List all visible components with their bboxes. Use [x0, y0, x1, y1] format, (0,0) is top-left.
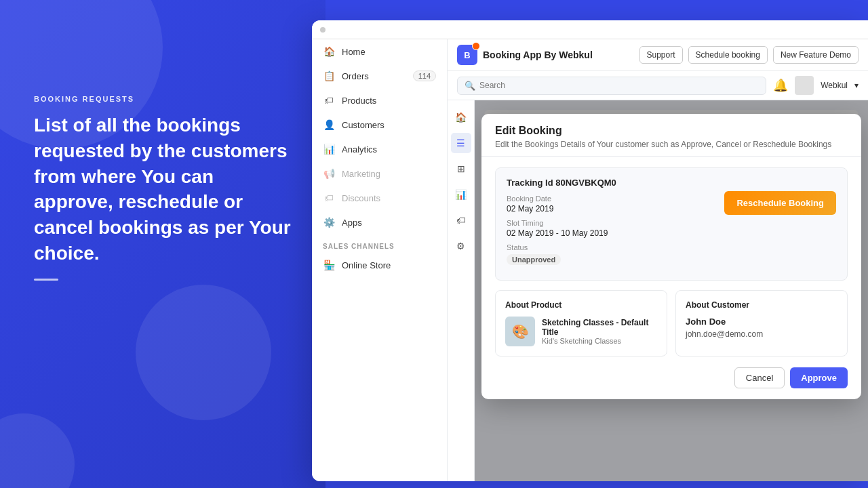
sidebar-item-label: Online Store [342, 260, 391, 270]
sidebar-item-customers[interactable]: 👤 Customers [312, 113, 447, 137]
search-icon: 🔍 [465, 81, 475, 91]
schedule-booking-button[interactable]: Schedule booking [688, 46, 768, 64]
icon-tag[interactable]: 🏷 [451, 210, 471, 230]
sidebar-item-discounts: 🏷 Discounts [312, 186, 447, 210]
analytics-icon: 📊 [323, 143, 335, 155]
home-icon: 🏠 [323, 45, 335, 58]
app-icon-badge [472, 42, 480, 50]
content-area: Booking View all Your customer bookings … [475, 100, 868, 481]
topbar: B Booking App By Webkul Support Schedule… [448, 39, 868, 71]
about-product-title: About Product [505, 300, 657, 310]
headline: List of all the bookings requested by th… [34, 113, 292, 266]
online-store-icon: 🏪 [323, 259, 335, 271]
apps-icon: ⚙️ [323, 216, 335, 228]
sidebar-item-products[interactable]: 🏷 Products [312, 88, 447, 113]
browser-dot-1 [320, 27, 326, 33]
marketing-icon: 📢 [323, 167, 335, 180]
about-customer-title: About Customer [686, 300, 837, 310]
modal-overlay: Edit Booking Edit the Bookings Details o… [475, 100, 868, 481]
sidebar-item-label: Discounts [342, 193, 380, 203]
discounts-icon: 🏷 [323, 192, 335, 204]
sidebar-item-home[interactable]: 🏠 Home [312, 39, 447, 64]
browser-chrome [312, 20, 868, 39]
user-label: Webkul [821, 81, 848, 90]
customer-email: john.doe@demo.com [686, 329, 837, 339]
modal-status-badge: Unapproved [507, 254, 561, 265]
status-field: Status Unapproved [507, 243, 724, 265]
user-avatar [795, 76, 814, 95]
new-feature-button[interactable]: New Feature Demo [773, 46, 859, 64]
about-customer-card: About Customer John Doe john.doe@demo.co… [675, 290, 848, 357]
tracking-id-label: Tracking Id 80NGVBKQM0 [507, 178, 724, 188]
sidebar: 🏠 Home 📋 Orders 114 🏷 Products 👤 Custome… [312, 39, 448, 481]
cancel-button[interactable]: Cancel [734, 367, 785, 388]
modal-footer: Cancel Approve [481, 367, 861, 399]
app-title: Booking App By Webkul [483, 49, 634, 60]
icon-grid[interactable]: ⊞ [451, 159, 471, 179]
sidebar-item-label: Products [342, 96, 376, 106]
sidebar-item-label: Analytics [342, 144, 377, 155]
edit-booking-modal: Edit Booking Edit the Bookings Details o… [481, 114, 861, 399]
customer-name: John Doe [686, 317, 837, 327]
support-button[interactable]: Support [639, 46, 683, 64]
app-icon: B [457, 45, 477, 65]
icon-chart[interactable]: 📊 [451, 184, 471, 205]
search-bar: 🔍 🔔 Webkul ▾ [448, 71, 868, 100]
products-icon: 🏷 [323, 94, 335, 106]
sidebar-item-label: Apps [342, 218, 362, 228]
sidebar-item-label: Marketing [342, 169, 380, 179]
orders-badge: 114 [413, 70, 436, 81]
sidebar-item-label: Customers [342, 120, 384, 130]
browser-window: 🏠 Home 📋 Orders 114 🏷 Products 👤 Custome… [312, 20, 868, 481]
about-row: About Product 🎨 Sketching Classes - Defa… [495, 290, 848, 357]
sales-channels-title: SALES CHANNELS [312, 235, 447, 253]
sidebar-item-marketing: 📢 Marketing [312, 161, 447, 186]
bell-icon[interactable]: 🔔 [773, 78, 788, 93]
icon-settings[interactable]: ⚙ [451, 236, 471, 256]
divider [34, 279, 58, 281]
sidebar-item-analytics[interactable]: 📊 Analytics [312, 137, 447, 161]
sidebar-item-label: Home [342, 47, 366, 57]
icon-list[interactable]: ☰ [451, 133, 471, 153]
dropdown-icon[interactable]: ▾ [854, 81, 859, 90]
about-product-card: About Product 🎨 Sketching Classes - Defa… [495, 290, 667, 357]
modal-body: Tracking Id 80NGVBKQM0 Booking Date 02 M… [481, 157, 861, 367]
sidebar-item-orders[interactable]: 📋 Orders 114 [312, 64, 447, 88]
product-row: 🎨 Sketching Classes - Default Title Kid'… [505, 317, 657, 346]
reschedule-booking-button[interactable]: Reschedule Booking [724, 191, 836, 215]
approve-button[interactable]: Approve [790, 367, 848, 388]
tracking-section: Tracking Id 80NGVBKQM0 Booking Date 02 M… [495, 167, 848, 281]
left-panel: BOOKING REQUESTS List of all the booking… [34, 95, 292, 281]
icon-sidebar: 🏠 ☰ ⊞ 📊 🏷 ⚙ [448, 100, 475, 481]
slot-timing-field: Slot Timing 02 May 2019 - 10 May 2019 [507, 219, 724, 238]
product-thumbnail: 🎨 [505, 317, 535, 346]
search-input-wrap[interactable]: 🔍 [457, 77, 766, 95]
product-sub: Kid's Sketching Classes [542, 337, 657, 345]
sidebar-item-label: Orders [342, 71, 369, 81]
orders-icon: 📋 [323, 70, 335, 82]
customers-icon: 👤 [323, 119, 335, 131]
booking-date-field: Booking Date 02 May 2019 [507, 195, 724, 214]
sidebar-item-online-store[interactable]: 🏪 Online Store [312, 253, 447, 277]
search-input[interactable] [479, 81, 759, 90]
modal-title: Edit Booking [495, 125, 848, 137]
modal-subtitle: Edit the Bookings Details of Your custom… [495, 140, 848, 149]
modal-header: Edit Booking Edit the Bookings Details o… [481, 114, 861, 157]
section-tag: BOOKING REQUESTS [34, 95, 292, 103]
product-name: Sketching Classes - Default Title [542, 318, 657, 337]
icon-home[interactable]: 🏠 [451, 107, 471, 127]
sidebar-item-apps[interactable]: ⚙️ Apps [312, 210, 447, 235]
